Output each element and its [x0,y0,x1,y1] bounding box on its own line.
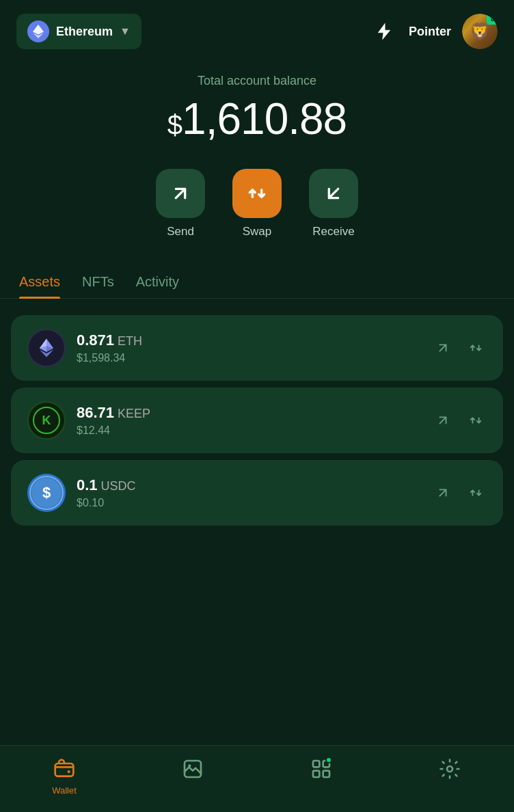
send-button-wrapper[interactable]: Send [156,169,205,239]
eth-info: 0.871 ETH $1,598.34 [77,331,432,364]
svg-point-9 [68,770,70,773]
avatar-badge: a [487,14,498,25]
keep-amount: 86.71 KEEP [77,404,432,422]
lightning-button[interactable] [370,18,398,45]
avatar[interactable]: 🦁 a [462,14,498,49]
svg-rect-15 [323,771,329,777]
keep-actions [432,409,487,431]
swap-arrows-icon [246,182,268,204]
eth-send-icon[interactable] [432,337,454,359]
keep-info: 86.71 KEEP $12.44 [77,404,432,437]
tab-nfts[interactable]: NFTs [82,266,114,298]
svg-text:K: K [42,414,51,427]
asset-item-keep[interactable]: K 86.71 KEEP $12.44 [11,388,503,453]
tabs: Assets NFTs Activity [0,266,514,299]
assets-list: 0.871 ETH $1,598.34 K [0,310,514,531]
send-label: Send [167,225,194,239]
swap-label: Swap [243,225,272,239]
asset-item-usdc[interactable]: $ 0.1 USDC $0.10 [11,460,503,526]
asset-item-eth[interactable]: 0.871 ETH $1,598.34 [11,315,503,381]
nav-gallery[interactable] [180,757,205,796]
wallet-icon [52,757,77,781]
usdc-amount: 0.1 USDC [77,476,432,494]
balance-dollar-sign: $ [167,109,182,139]
send-arrow-icon [170,182,191,204]
gallery-icon [180,757,205,781]
usdc-icon: $ [27,474,66,512]
tab-activity[interactable]: Activity [136,266,179,298]
keep-icon: K [27,401,66,439]
svg-text:$: $ [42,484,51,501]
usdc-swap-icon[interactable] [465,482,487,504]
balance-amount: $1,610.88 [16,94,498,144]
nav-wallet[interactable]: Wallet [52,757,77,796]
pointer-label: Pointer [409,25,451,39]
ethereum-asset-icon [34,336,59,360]
send-button[interactable] [156,169,205,218]
nav-settings[interactable] [437,757,462,796]
swap-button[interactable] [232,169,282,218]
keep-value: $12.44 [77,424,432,437]
header-right: Pointer 🦁 a [370,14,498,49]
header: Ethereum ▼ Pointer 🦁 a [0,0,514,60]
tab-assets[interactable]: Assets [19,266,60,298]
svg-rect-12 [313,761,319,767]
bottom-navigation: Wallet [0,745,514,812]
apps-notification-dot [325,757,332,763]
usdc-asset-icon: $ [27,474,66,512]
usdc-send-icon[interactable] [432,482,454,504]
eth-swap-icon[interactable] [465,337,487,359]
usdc-actions [432,482,487,504]
chevron-down-icon: ▼ [120,25,131,38]
eth-value: $1,598.34 [77,352,432,364]
balance-value: 1,610.88 [182,94,347,144]
receive-button[interactable] [309,169,358,218]
keep-send-icon[interactable] [432,409,454,431]
network-name: Ethereum [56,25,113,39]
balance-label: Total account balance [16,74,498,88]
keep-asset-icon: K [32,406,61,435]
eth-icon [27,329,66,367]
receive-label: Receive [312,225,354,239]
receive-button-wrapper[interactable]: Receive [309,169,358,239]
lightning-icon [375,22,394,41]
eth-actions [432,337,487,359]
network-selector[interactable]: Ethereum ▼ [16,14,141,49]
settings-icon [437,757,462,781]
svg-rect-14 [313,771,319,777]
balance-section: Total account balance $1,610.88 [0,60,514,169]
ethereum-logo-icon [27,21,49,42]
action-buttons: Send Swap Receive [0,169,514,266]
usdc-info: 0.1 USDC $0.10 [77,476,432,509]
receive-arrow-icon [323,182,344,204]
swap-button-wrapper[interactable]: Swap [232,169,282,239]
usdc-value: $0.10 [77,497,432,509]
nav-apps[interactable] [309,757,334,796]
wallet-nav-label: Wallet [52,785,77,796]
eth-amount: 0.871 ETH [77,331,432,349]
keep-swap-icon[interactable] [465,409,487,431]
svg-point-16 [447,766,452,772]
svg-rect-8 [55,763,74,776]
